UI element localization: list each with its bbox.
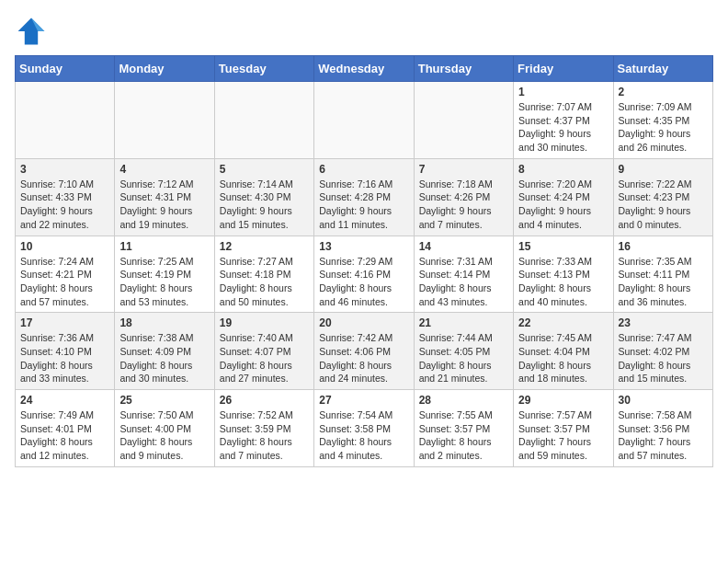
day-info: Sunrise: 7:09 AM Sunset: 4:35 PM Dayligh… — [619, 100, 708, 155]
calendar-week-row: 10Sunrise: 7:24 AM Sunset: 4:21 PM Dayli… — [16, 236, 713, 313]
calendar-day-cell: 1Sunrise: 7:07 AM Sunset: 4:37 PM Daylig… — [514, 82, 613, 159]
day-number: 16 — [619, 240, 708, 253]
calendar-day-cell: 7Sunrise: 7:18 AM Sunset: 4:26 PM Daylig… — [414, 158, 513, 236]
calendar-day-cell: 18Sunrise: 7:38 AM Sunset: 4:09 PM Dayli… — [115, 313, 214, 390]
day-number: 7 — [419, 163, 508, 176]
day-number: 13 — [319, 240, 408, 253]
day-info: Sunrise: 7:31 AM Sunset: 4:14 PM Dayligh… — [419, 255, 508, 309]
day-number: 14 — [419, 240, 508, 253]
day-number: 3 — [20, 163, 109, 176]
day-number: 9 — [619, 163, 708, 176]
day-number: 10 — [20, 240, 109, 253]
day-number: 23 — [619, 316, 708, 329]
day-number: 21 — [419, 316, 508, 329]
day-info: Sunrise: 7:47 AM Sunset: 4:02 PM Dayligh… — [619, 331, 708, 385]
day-info: Sunrise: 7:20 AM Sunset: 4:24 PM Dayligh… — [518, 178, 608, 232]
weekday-header-monday: Monday — [115, 56, 214, 82]
calendar-day-cell: 14Sunrise: 7:31 AM Sunset: 4:14 PM Dayli… — [414, 236, 513, 313]
day-info: Sunrise: 7:54 AM Sunset: 3:58 PM Dayligh… — [319, 408, 408, 463]
day-number: 17 — [20, 316, 109, 329]
day-number: 29 — [518, 394, 608, 407]
day-number: 25 — [119, 394, 209, 407]
calendar-day-cell: 19Sunrise: 7:40 AM Sunset: 4:07 PM Dayli… — [214, 313, 313, 390]
calendar-day-cell: 11Sunrise: 7:25 AM Sunset: 4:19 PM Dayli… — [115, 236, 214, 313]
day-number: 18 — [119, 316, 209, 329]
calendar-day-cell: 25Sunrise: 7:50 AM Sunset: 4:00 PM Dayli… — [115, 390, 214, 467]
day-info: Sunrise: 7:40 AM Sunset: 4:07 PM Dayligh… — [220, 331, 309, 385]
day-info: Sunrise: 7:12 AM Sunset: 4:31 PM Dayligh… — [119, 178, 209, 232]
calendar-day-cell: 13Sunrise: 7:29 AM Sunset: 4:16 PM Dayli… — [314, 236, 414, 313]
calendar-table: SundayMondayTuesdayWednesdayThursdayFrid… — [15, 55, 713, 467]
day-info: Sunrise: 7:57 AM Sunset: 3:57 PM Dayligh… — [518, 408, 608, 463]
day-info: Sunrise: 7:35 AM Sunset: 4:11 PM Dayligh… — [619, 255, 708, 309]
calendar-day-cell: 23Sunrise: 7:47 AM Sunset: 4:02 PM Dayli… — [613, 313, 712, 390]
calendar-day-cell: 30Sunrise: 7:58 AM Sunset: 3:56 PM Dayli… — [613, 390, 712, 467]
page-header — [15, 15, 713, 48]
calendar-day-cell: 27Sunrise: 7:54 AM Sunset: 3:58 PM Dayli… — [314, 390, 414, 467]
weekday-header-friday: Friday — [514, 56, 613, 82]
day-info: Sunrise: 7:10 AM Sunset: 4:33 PM Dayligh… — [20, 178, 109, 232]
day-info: Sunrise: 7:38 AM Sunset: 4:09 PM Dayligh… — [119, 331, 209, 385]
calendar-day-cell: 21Sunrise: 7:44 AM Sunset: 4:05 PM Dayli… — [414, 313, 513, 390]
calendar-day-cell: 20Sunrise: 7:42 AM Sunset: 4:06 PM Dayli… — [314, 313, 414, 390]
day-info: Sunrise: 7:18 AM Sunset: 4:26 PM Dayligh… — [419, 178, 508, 232]
day-number: 30 — [619, 394, 708, 407]
day-number: 4 — [119, 163, 209, 176]
day-number: 27 — [319, 394, 408, 407]
calendar-day-cell: 15Sunrise: 7:33 AM Sunset: 4:13 PM Dayli… — [514, 236, 613, 313]
calendar-day-cell: 17Sunrise: 7:36 AM Sunset: 4:10 PM Dayli… — [16, 313, 115, 390]
calendar-day-cell: 2Sunrise: 7:09 AM Sunset: 4:35 PM Daylig… — [613, 82, 712, 159]
day-number: 5 — [220, 163, 309, 176]
day-number: 19 — [220, 316, 309, 329]
day-info: Sunrise: 7:49 AM Sunset: 4:01 PM Dayligh… — [20, 408, 109, 463]
calendar-day-cell: 6Sunrise: 7:16 AM Sunset: 4:28 PM Daylig… — [314, 158, 414, 236]
weekday-header-thursday: Thursday — [414, 56, 513, 82]
day-info: Sunrise: 7:55 AM Sunset: 3:57 PM Dayligh… — [419, 408, 508, 463]
day-number: 15 — [518, 240, 608, 253]
calendar-day-cell — [414, 82, 513, 159]
day-info: Sunrise: 7:27 AM Sunset: 4:18 PM Dayligh… — [220, 255, 309, 309]
calendar-week-row: 1Sunrise: 7:07 AM Sunset: 4:37 PM Daylig… — [16, 82, 713, 159]
weekday-header-row: SundayMondayTuesdayWednesdayThursdayFrid… — [16, 56, 713, 82]
day-number: 6 — [319, 163, 408, 176]
day-number: 28 — [419, 394, 508, 407]
calendar-day-cell — [214, 82, 313, 159]
weekday-header-sunday: Sunday — [16, 56, 115, 82]
day-info: Sunrise: 7:58 AM Sunset: 3:56 PM Dayligh… — [619, 408, 708, 463]
day-info: Sunrise: 7:14 AM Sunset: 4:30 PM Dayligh… — [220, 178, 309, 232]
day-number: 24 — [20, 394, 109, 407]
day-info: Sunrise: 7:36 AM Sunset: 4:10 PM Dayligh… — [20, 331, 109, 385]
calendar-day-cell: 9Sunrise: 7:22 AM Sunset: 4:23 PM Daylig… — [613, 158, 712, 236]
calendar-day-cell: 5Sunrise: 7:14 AM Sunset: 4:30 PM Daylig… — [214, 158, 313, 236]
day-info: Sunrise: 7:44 AM Sunset: 4:05 PM Dayligh… — [419, 331, 508, 385]
calendar-day-cell: 10Sunrise: 7:24 AM Sunset: 4:21 PM Dayli… — [16, 236, 115, 313]
day-number: 26 — [220, 394, 309, 407]
day-number: 20 — [319, 316, 408, 329]
day-number: 2 — [619, 86, 708, 98]
day-info: Sunrise: 7:52 AM Sunset: 3:59 PM Dayligh… — [220, 408, 309, 463]
day-info: Sunrise: 7:45 AM Sunset: 4:04 PM Dayligh… — [518, 331, 608, 385]
weekday-header-wednesday: Wednesday — [314, 56, 414, 82]
calendar-day-cell — [16, 82, 115, 159]
weekday-header-tuesday: Tuesday — [214, 56, 313, 82]
calendar-day-cell: 28Sunrise: 7:55 AM Sunset: 3:57 PM Dayli… — [414, 390, 513, 467]
calendar-day-cell: 24Sunrise: 7:49 AM Sunset: 4:01 PM Dayli… — [16, 390, 115, 467]
logo-icon — [15, 15, 48, 48]
calendar-week-row: 17Sunrise: 7:36 AM Sunset: 4:10 PM Dayli… — [16, 313, 713, 390]
day-info: Sunrise: 7:33 AM Sunset: 4:13 PM Dayligh… — [518, 255, 608, 309]
day-number: 1 — [518, 86, 608, 98]
day-number: 8 — [518, 163, 608, 176]
calendar-week-row: 3Sunrise: 7:10 AM Sunset: 4:33 PM Daylig… — [16, 158, 713, 236]
calendar-day-cell: 26Sunrise: 7:52 AM Sunset: 3:59 PM Dayli… — [214, 390, 313, 467]
logo — [15, 15, 51, 48]
calendar-week-row: 24Sunrise: 7:49 AM Sunset: 4:01 PM Dayli… — [16, 390, 713, 467]
calendar-day-cell: 12Sunrise: 7:27 AM Sunset: 4:18 PM Dayli… — [214, 236, 313, 313]
calendar-day-cell — [314, 82, 414, 159]
day-info: Sunrise: 7:29 AM Sunset: 4:16 PM Dayligh… — [319, 255, 408, 309]
day-info: Sunrise: 7:50 AM Sunset: 4:00 PM Dayligh… — [119, 408, 209, 463]
day-info: Sunrise: 7:07 AM Sunset: 4:37 PM Dayligh… — [518, 100, 608, 155]
calendar-day-cell: 8Sunrise: 7:20 AM Sunset: 4:24 PM Daylig… — [514, 158, 613, 236]
calendar-day-cell: 4Sunrise: 7:12 AM Sunset: 4:31 PM Daylig… — [115, 158, 214, 236]
day-number: 11 — [119, 240, 209, 253]
day-info: Sunrise: 7:24 AM Sunset: 4:21 PM Dayligh… — [20, 255, 109, 309]
